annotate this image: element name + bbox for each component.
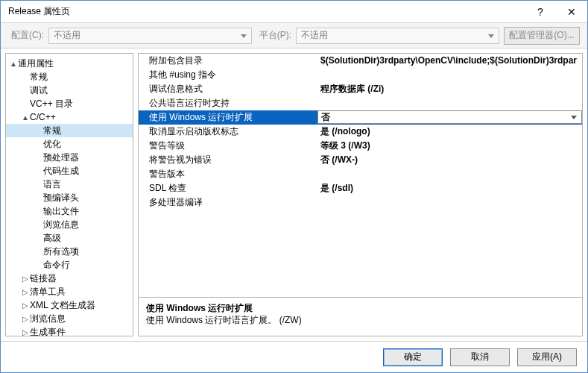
property-value[interactable]: 否 (/WX-): [317, 153, 582, 167]
property-pages-dialog: Release 属性页 ? ✕ 配置(C): 不适用 平台(P): 不适用 配置…: [0, 0, 588, 373]
tree-item-label: C/C++: [30, 112, 56, 122]
tree-item-label: 通用属性: [18, 57, 54, 70]
property-name: 附加包含目录: [139, 54, 317, 68]
tree-item[interactable]: 语言: [6, 178, 133, 191]
window-title: Release 属性页: [8, 5, 525, 18]
tree-item[interactable]: ▷XML 文档生成器: [6, 298, 133, 312]
property-name: 使用 Windows 运行时扩展: [139, 110, 317, 125]
help-button[interactable]: ?: [525, 1, 556, 23]
category-tree[interactable]: ▲通用属性常规调试VC++ 目录▲C/C++常规优化预处理器代码生成语言预编译头…: [5, 53, 133, 336]
property-row[interactable]: 调试信息格式程序数据库 (/Zi): [139, 82, 582, 96]
tree-item[interactable]: ▷链接器: [6, 272, 133, 285]
tree-item-label: 链接器: [30, 272, 57, 285]
tree-item-label: 优化: [43, 138, 61, 151]
tree-item-label: 语言: [43, 178, 61, 191]
toolbar: 配置(C): 不适用 平台(P): 不适用 配置管理器(O)...: [1, 23, 587, 48]
property-name: SDL 检查: [139, 181, 317, 195]
tree-item[interactable]: ▲C/C++: [6, 110, 133, 124]
property-value[interactable]: 是 (/sdl): [317, 181, 582, 195]
property-name: 将警告视为错误: [139, 153, 317, 167]
apply-button[interactable]: 应用(A): [517, 348, 577, 366]
tree-item[interactable]: 所有选项: [6, 245, 133, 258]
property-value[interactable]: 否: [317, 110, 582, 124]
property-value[interactable]: [317, 167, 582, 181]
property-name: 公共语言运行时支持: [139, 96, 317, 110]
tree-item-label: 代码生成: [43, 165, 79, 178]
tree-item[interactable]: VC++ 目录: [6, 97, 133, 110]
tree-item-label: 预编译头: [43, 192, 79, 204]
property-name: 取消显示启动版权标志: [139, 125, 317, 139]
tree-item[interactable]: 代码生成: [6, 164, 133, 178]
configuration-combo[interactable]: 不适用: [48, 28, 252, 44]
tree-item-label: 所有选项: [43, 245, 79, 258]
property-row[interactable]: 附加包含目录$(SolutionDir)3rdparty\OpenCV\incl…: [139, 54, 582, 68]
property-value[interactable]: [317, 96, 582, 110]
ok-button[interactable]: 确定: [383, 348, 443, 366]
property-grid[interactable]: 附加包含目录$(SolutionDir)3rdparty\OpenCV\incl…: [138, 53, 583, 298]
configuration-manager-button[interactable]: 配置管理器(O)...: [504, 27, 580, 45]
cancel-button[interactable]: 取消: [450, 348, 510, 366]
configuration-label: 配置(C):: [11, 29, 44, 42]
property-name: 警告等级: [139, 139, 317, 153]
expanded-icon: ▲: [9, 60, 18, 68]
platform-label: 平台(P):: [259, 29, 291, 42]
tree-item-label: 预处理器: [43, 151, 79, 164]
tree-item-label: XML 文档生成器: [30, 299, 95, 312]
property-row[interactable]: 多处理器编译: [139, 195, 582, 210]
tree-item-label: 浏览信息: [30, 313, 66, 325]
tree-item[interactable]: 浏览信息: [6, 218, 133, 231]
property-value[interactable]: $(SolutionDir)3rdparty\OpenCV\include;$(…: [317, 54, 582, 68]
tree-item-label: 输出文件: [43, 205, 79, 218]
platform-combo[interactable]: 不适用: [296, 28, 499, 44]
tree-item-label: 浏览信息: [43, 219, 79, 231]
tree-item[interactable]: 常规: [6, 70, 133, 84]
property-row[interactable]: 警告版本: [139, 167, 582, 181]
property-row[interactable]: 其他 #using 指令: [139, 68, 582, 82]
property-row[interactable]: SDL 检查是 (/sdl): [139, 181, 582, 195]
dialog-body: ▲通用属性常规调试VC++ 目录▲C/C++常规优化预处理器代码生成语言预编译头…: [1, 48, 587, 341]
tree-item-label: 生成事件: [30, 326, 66, 337]
description-body: 使用 Windows 运行时语言扩展。 (/ZW): [146, 314, 575, 326]
tree-item[interactable]: 输出文件: [6, 204, 133, 218]
collapsed-icon: ▷: [21, 275, 30, 283]
tree-item[interactable]: ▷浏览信息: [6, 312, 133, 325]
collapsed-icon: ▷: [21, 301, 30, 310]
expanded-icon: ▲: [21, 113, 30, 122]
property-value[interactable]: 是 (/nologo): [317, 125, 582, 139]
description-panel: 使用 Windows 运行时扩展 使用 Windows 运行时语言扩展。 (/Z…: [138, 298, 583, 336]
tree-item-label: 常规: [30, 71, 48, 84]
description-heading: 使用 Windows 运行时扩展: [146, 302, 575, 314]
tree-item[interactable]: ▷清单工具: [6, 285, 133, 298]
property-row[interactable]: 使用 Windows 运行时扩展否: [139, 110, 582, 125]
configuration-value: 不适用: [54, 29, 80, 42]
tree-item[interactable]: 调试: [6, 84, 133, 97]
tree-item[interactable]: 优化: [6, 137, 133, 151]
close-button[interactable]: ✕: [556, 1, 587, 23]
property-name: 其他 #using 指令: [139, 68, 317, 82]
tree-item[interactable]: ▷生成事件: [6, 325, 133, 336]
tree-item[interactable]: 预编译头: [6, 191, 133, 204]
tree-item[interactable]: 常规: [6, 124, 133, 137]
property-value[interactable]: 程序数据库 (/Zi): [317, 82, 582, 96]
right-pane: 附加包含目录$(SolutionDir)3rdparty\OpenCV\incl…: [138, 53, 583, 336]
collapsed-icon: ▷: [21, 315, 30, 323]
property-row[interactable]: 警告等级等级 3 (/W3): [139, 139, 582, 153]
property-row[interactable]: 公共语言运行时支持: [139, 96, 582, 110]
property-name: 警告版本: [139, 167, 317, 181]
tree-item[interactable]: 预处理器: [6, 151, 133, 164]
property-row[interactable]: 取消显示启动版权标志是 (/nologo): [139, 125, 582, 139]
dialog-footer: 确定 取消 应用(A): [1, 341, 587, 372]
tree-item[interactable]: 命令行: [6, 258, 133, 272]
collapsed-icon: ▷: [21, 288, 30, 296]
property-value[interactable]: [317, 195, 582, 210]
tree-item[interactable]: 高级: [6, 231, 133, 245]
platform-value: 不适用: [301, 29, 328, 42]
tree-item[interactable]: ▲通用属性: [6, 57, 133, 70]
property-value[interactable]: [317, 68, 582, 82]
property-name: 多处理器编译: [139, 195, 317, 210]
property-row[interactable]: 将警告视为错误否 (/WX-): [139, 153, 582, 167]
property-value[interactable]: 等级 3 (/W3): [317, 139, 582, 153]
titlebar: Release 属性页 ? ✕: [1, 1, 587, 23]
tree-item-label: VC++ 目录: [30, 98, 73, 110]
tree-item-label: 调试: [30, 84, 48, 97]
